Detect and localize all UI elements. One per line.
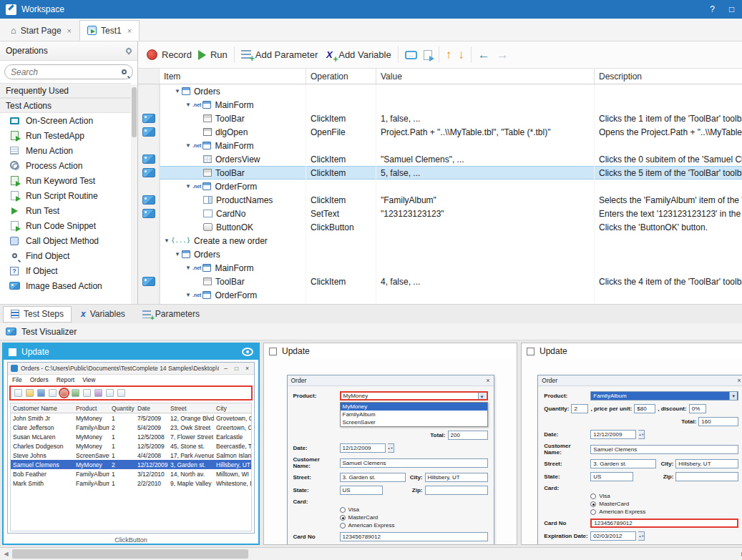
test-step-row[interactable]: ToolBarClickItem1, false, ...Clicks the …: [138, 112, 742, 125]
test-step-row[interactable]: ▼Orders: [138, 247, 742, 261]
test-step-row[interactable]: CardNoSetText"123123123123"Enters the te…: [138, 207, 742, 220]
visualizer-frame-1[interactable]: Update Orders - C:\Users\Public\Document…: [2, 343, 260, 545]
price-per-unit-field: $80: [634, 404, 655, 413]
orders-cell: Clare Jefferson: [11, 424, 74, 431]
sidebar-item-on-screen-action[interactable]: On-Screen Action: [0, 113, 131, 128]
pin-icon[interactable]: [125, 46, 132, 54]
sidebar-item-find-object[interactable]: Find Object: [0, 248, 131, 263]
runtest-icon: [9, 205, 20, 217]
operation-cell: [306, 139, 376, 152]
collapse-icon[interactable]: ▼: [184, 292, 192, 298]
item-name: dlgOpen: [215, 127, 248, 137]
test-step-row[interactable]: dlgOpenOpenFileProject.Path + "..\\MyTab…: [138, 125, 742, 139]
add-variable-button[interactable]: X Add Variable: [324, 49, 391, 60]
column-description[interactable]: Description: [595, 69, 742, 84]
collapse-icon[interactable]: ▼: [184, 102, 192, 108]
move-up-button[interactable]: ↑: [446, 49, 452, 61]
collapse-icon[interactable]: ▼: [184, 183, 192, 190]
test-step-row[interactable]: ProductNamesClickItem"ScreenSaver"Select…: [138, 302, 742, 304]
tab-start-page[interactable]: ⌂ Start Page ×: [3, 20, 79, 41]
test-step-row[interactable]: ▼Orders: [138, 84, 742, 98]
sidebar-item-process-action[interactable]: Process Action: [0, 158, 131, 173]
visualizer-thumbnail-icon[interactable]: [142, 195, 155, 205]
column-item[interactable]: Item: [160, 69, 306, 84]
item-name: ProductNames: [216, 195, 273, 205]
visualizer-thumbnail-icon[interactable]: [142, 209, 155, 218]
dialog-title: Order: [542, 377, 557, 384]
add-comment-button[interactable]: ...: [405, 51, 417, 59]
view-image-icon[interactable]: [242, 348, 253, 356]
tab-variables[interactable]: x Variables: [73, 306, 133, 323]
scrollbar-thumb[interactable]: [12, 549, 248, 559]
scroll-right-icon[interactable]: ▶: [738, 548, 742, 560]
visualizer-thumbnail-icon[interactable]: [142, 168, 155, 177]
test-step-row[interactable]: ▼.netOrderForm: [138, 180, 742, 193]
sidebar-item-image-based-action[interactable]: Image Based Action: [0, 278, 131, 293]
operation-cell: [306, 261, 376, 275]
search-input[interactable]: [11, 67, 117, 77]
visualizer-thumbnail-icon[interactable]: [142, 277, 155, 286]
collapse-icon[interactable]: ▼: [173, 251, 182, 257]
visualizer-thumbnail-icon[interactable]: [142, 154, 155, 164]
update-checkbox[interactable]: [269, 348, 277, 355]
test-step-row[interactable]: ▼.netMainForm: [138, 261, 742, 275]
sidebar-item-if-object[interactable]: ?If Object: [0, 263, 131, 278]
indent-right-button[interactable]: →: [497, 49, 742, 61]
column-operation[interactable]: Operation: [306, 69, 376, 84]
update-checkbox[interactable]: [527, 348, 534, 355]
run-icon: [198, 50, 206, 60]
test-step-row[interactable]: ToolBarClickItem4, false, ...Clicks the …: [138, 275, 742, 288]
maximize-button[interactable]: □: [725, 4, 739, 14]
indent-left-button[interactable]: ←: [478, 49, 490, 61]
sidebar-item-call-object-method[interactable]: Call Object Method: [0, 233, 131, 248]
item-cell: ▼.netMainForm: [160, 261, 306, 275]
visualizer-thumbnail-icon[interactable]: [142, 127, 155, 137]
tab-test-steps[interactable]: Test Steps: [3, 306, 72, 323]
section-header-frequently-used[interactable]: Frequently Used: [0, 83, 131, 98]
tab-parameters[interactable]: Parameters: [135, 306, 208, 323]
column-value[interactable]: Value: [376, 69, 595, 84]
sidebar-item-run-code-snippet[interactable]: Run Code Snippet: [0, 218, 131, 233]
update-checkbox[interactable]: [9, 348, 16, 356]
run-button[interactable]: Run: [198, 49, 228, 60]
zip-label: Zip:: [663, 473, 674, 480]
visualizer-thumbnail-icon[interactable]: [142, 114, 155, 123]
sidebar-item-menu-action[interactable]: Menu Action: [0, 143, 131, 158]
sidebar-item-run-keyword-test[interactable]: Run Keyword Test: [0, 173, 131, 188]
sidebar-item-run-test[interactable]: Run Test: [0, 203, 131, 218]
sidebar-item-run-testedapp[interactable]: Run TestedApp: [0, 128, 131, 143]
close-tab-icon[interactable]: ×: [67, 26, 72, 35]
visualizer-frame-2[interactable]: Update Order × Product: MyMoney MyMoney: [263, 343, 517, 545]
value-cell: "123123123123": [376, 207, 595, 220]
help-button[interactable]: ?: [706, 4, 720, 14]
collapse-icon[interactable]: ▼: [173, 88, 182, 94]
item-cell: ▼.netOrderForm: [160, 180, 306, 193]
discount-label: , discount:: [658, 406, 686, 412]
run-selected-button[interactable]: [424, 50, 432, 60]
test-step-row[interactable]: ToolBarClickItem5, false, ...Clicks the …: [138, 166, 742, 180]
test-step-row[interactable]: ▼.netMainForm: [138, 139, 742, 152]
test-step-row[interactable]: ProductNamesClickItem"FamilyAlbum"Select…: [138, 193, 742, 207]
test-step-row[interactable]: ButtonOKClickButtonClicks the 'ButtonOK'…: [138, 220, 742, 234]
test-step-row[interactable]: ▼.netMainForm: [138, 98, 742, 112]
document-tab-bar: ⌂ Start Page × Test1 × ▼: [0, 19, 742, 41]
collapse-icon[interactable]: ▼: [184, 142, 192, 149]
move-down-button[interactable]: ↓: [458, 49, 464, 61]
sidebar-scrollbar[interactable]: [131, 84, 137, 304]
close-tab-icon[interactable]: ×: [127, 26, 132, 35]
collapse-icon[interactable]: ▼: [184, 265, 192, 271]
section-header-test-actions[interactable]: Test Actions: [0, 98, 131, 113]
test-step-row[interactable]: ▼.netOrderForm: [138, 288, 742, 302]
tab-test1[interactable]: Test1 ×: [79, 20, 140, 41]
horizontal-scrollbar[interactable]: ◀ ▶ ›: [0, 547, 742, 560]
scroll-left-icon[interactable]: ◀: [0, 548, 12, 560]
record-button[interactable]: Record: [147, 49, 192, 60]
visualizer-frame-3[interactable]: Update Order × Product: FamilyAlbum Qua: [521, 343, 742, 545]
sidebar-item-label: Find Object: [26, 251, 69, 261]
test-step-row[interactable]: OrdersViewClickItem"Samuel Clemens", ...…: [138, 152, 742, 166]
add-parameter-button[interactable]: Add Parameter: [241, 49, 318, 60]
dialog-icon: [203, 128, 212, 136]
sidebar-item-run-script-routine[interactable]: Run Script Routine: [0, 188, 131, 203]
collapse-icon[interactable]: ▼: [162, 237, 171, 244]
test-step-row[interactable]: ▼{...}Create a new order: [138, 234, 742, 247]
